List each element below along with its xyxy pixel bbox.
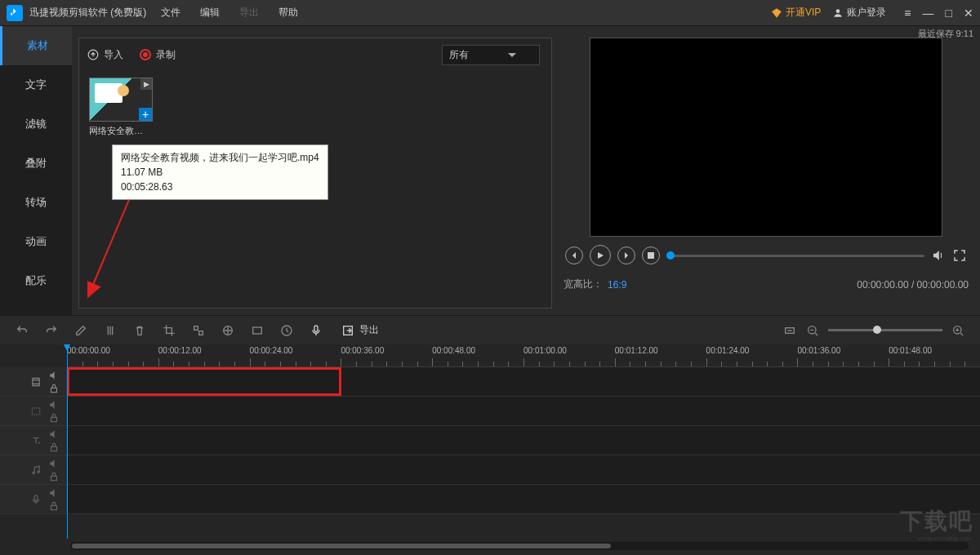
edit-button[interactable] <box>74 323 88 338</box>
menu-file[interactable]: 文件 <box>161 6 180 20</box>
app-title: 迅捷视频剪辑软件 (免费版) <box>29 6 146 20</box>
tab-animation[interactable]: 动画 <box>0 222 72 261</box>
lock-icon[interactable] <box>48 442 60 453</box>
import-button[interactable]: 导入 <box>87 48 123 62</box>
zoom-knob[interactable] <box>873 326 881 334</box>
annotation-highlight <box>67 367 341 396</box>
media-filter-select[interactable]: 所有 <box>442 45 540 65</box>
record-button[interactable]: 录制 <box>140 48 176 62</box>
track-music[interactable] <box>0 455 980 485</box>
tab-media[interactable]: 素材 <box>0 26 72 65</box>
text-track-icon <box>30 435 42 446</box>
record-icon <box>140 49 151 60</box>
volume-icon[interactable] <box>931 248 946 263</box>
media-clip[interactable]: ▶ + 网络安全教… <box>89 78 153 137</box>
mosaic-button[interactable] <box>191 323 206 338</box>
timeline: 00:00:00.0000:00:12.0000:00:24.0000:00:3… <box>0 344 980 555</box>
menu-help[interactable]: 帮助 <box>278 6 298 20</box>
zoom-preview-button[interactable] <box>250 323 265 338</box>
sound-icon[interactable] <box>48 487 60 499</box>
menu-export[interactable]: 导出 <box>239 6 259 20</box>
stop-button[interactable] <box>642 246 660 264</box>
svg-rect-15 <box>51 388 57 392</box>
progress-knob[interactable] <box>666 251 675 260</box>
next-frame-button[interactable] <box>617 246 635 264</box>
undo-button[interactable] <box>15 323 29 338</box>
timeline-toolbar: 导出 <box>0 315 980 344</box>
timeline-scrollbar[interactable] <box>70 542 969 550</box>
last-saved-label: 最近保存 9:11 <box>918 28 973 40</box>
voiceover-button[interactable] <box>309 323 323 338</box>
progress-bar[interactable] <box>666 255 924 257</box>
preview-canvas[interactable] <box>590 38 942 237</box>
svg-rect-4 <box>194 326 198 330</box>
scrollbar-thumb[interactable] <box>72 544 611 548</box>
svg-point-19 <box>33 472 34 473</box>
lock-icon[interactable] <box>48 500 60 512</box>
delete-button[interactable] <box>132 323 147 338</box>
tab-overlay[interactable]: 叠附 <box>0 144 72 183</box>
split-button[interactable] <box>103 323 118 338</box>
media-panel: 导入 录制 所有 ▶ + 网络安全教… 网络安全教育视频，进来我们一起学习吧.m… <box>78 38 552 309</box>
minimize-button[interactable]: — <box>923 7 934 20</box>
film-icon <box>30 376 42 388</box>
fit-timeline-button[interactable] <box>782 323 797 338</box>
login-button[interactable]: 账户登录 <box>832 6 886 20</box>
crop-button[interactable] <box>162 323 176 338</box>
prev-frame-button[interactable] <box>565 246 583 264</box>
lock-icon[interactable] <box>48 383 60 394</box>
svg-rect-14 <box>33 378 39 385</box>
close-button[interactable]: ✕ <box>964 7 973 20</box>
import-icon <box>87 49 99 60</box>
sound-icon[interactable] <box>48 458 60 469</box>
redo-button[interactable] <box>44 323 59 338</box>
export-button[interactable]: 导出 <box>341 323 379 337</box>
svg-point-0 <box>836 9 840 13</box>
track-voice[interactable] <box>0 485 980 514</box>
svg-rect-9 <box>314 326 318 331</box>
lock-icon[interactable] <box>48 471 60 482</box>
preview-panel: 宽高比： 16:9 00:00:00.00 / 00:00:00.00 <box>552 26 980 315</box>
fullscreen-icon[interactable] <box>952 248 967 263</box>
aspect-value[interactable]: 16:9 <box>608 279 626 291</box>
tab-music[interactable]: 配乐 <box>0 261 72 300</box>
zoom-out-button[interactable] <box>805 323 820 338</box>
add-to-timeline-button[interactable]: + <box>139 108 152 121</box>
lock-icon[interactable] <box>48 412 60 424</box>
music-icon <box>30 464 42 476</box>
tab-text[interactable]: 文字 <box>0 65 72 104</box>
svg-point-20 <box>38 471 39 473</box>
left-sidebar: 素材 文字 滤镜 叠附 转场 动画 配乐 <box>0 26 72 315</box>
watermark-url: www.xiazaiba.com <box>918 535 972 542</box>
diamond-icon <box>771 7 782 19</box>
playhead[interactable] <box>67 344 68 539</box>
media-clip-label: 网络安全教… <box>89 125 153 137</box>
track-pip[interactable] <box>0 397 980 426</box>
zoom-in-button[interactable] <box>951 323 965 338</box>
export-icon <box>341 324 354 337</box>
duration-button[interactable] <box>279 323 294 338</box>
maximize-button[interactable]: □ <box>946 7 952 20</box>
vip-button[interactable]: 开通VIP <box>771 6 821 20</box>
menu-edit[interactable]: 编辑 <box>200 6 220 20</box>
timeline-ruler[interactable]: 00:00:00.0000:00:12.0000:00:24.0000:00:3… <box>67 344 980 367</box>
play-button[interactable] <box>590 245 611 266</box>
app-icon <box>7 5 23 21</box>
sound-icon[interactable] <box>48 370 60 381</box>
track-text[interactable] <box>0 426 980 455</box>
tab-transition[interactable]: 转场 <box>0 183 72 222</box>
sound-icon[interactable] <box>48 428 60 440</box>
sound-icon[interactable] <box>48 399 60 411</box>
pip-icon <box>30 406 42 417</box>
svg-rect-23 <box>51 505 57 509</box>
svg-rect-17 <box>51 417 57 421</box>
freeze-button[interactable] <box>220 323 235 338</box>
hamburger-icon[interactable]: ≡ <box>904 7 911 20</box>
svg-rect-21 <box>51 476 57 480</box>
svg-rect-22 <box>34 495 38 500</box>
tab-filter[interactable]: 滤镜 <box>0 104 72 144</box>
svg-rect-18 <box>51 446 57 451</box>
mic-icon <box>30 494 42 505</box>
svg-rect-3 <box>648 252 654 259</box>
zoom-slider[interactable] <box>828 329 942 331</box>
